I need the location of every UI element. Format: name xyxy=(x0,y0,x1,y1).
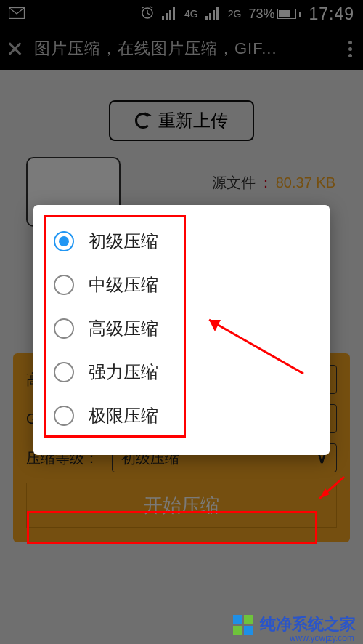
watermark-logo-icon xyxy=(233,615,253,635)
radio-label: 极限压缩 xyxy=(89,404,158,427)
radio-label: 初级压缩 xyxy=(89,230,158,253)
radio-label: 高级压缩 xyxy=(89,317,158,340)
radio-icon xyxy=(54,318,74,339)
radio-option-medium[interactable]: 中级压缩 xyxy=(41,263,322,307)
radio-icon xyxy=(54,406,74,426)
svg-line-2 xyxy=(209,320,303,374)
watermark-url: www.ycwjzy.com xyxy=(290,633,354,643)
radio-label: 中级压缩 xyxy=(89,273,158,297)
radio-option-basic[interactable]: 初级压缩 xyxy=(41,220,322,263)
watermark-text: 纯净系统之家 xyxy=(260,613,356,635)
radio-icon xyxy=(54,231,74,251)
radio-icon xyxy=(54,362,74,382)
annotation-arrow-2 xyxy=(312,472,348,509)
screen-root: 4G 2G 73% 17:49 ✕ 图片压缩，在线图片压缩，GIF... 重新上… xyxy=(0,0,363,644)
radio-option-extreme[interactable]: 极限压缩 xyxy=(41,394,322,438)
watermark: 纯净系统之家 www.ycwjzy.com xyxy=(226,608,363,644)
radio-icon xyxy=(54,275,74,295)
annotation-arrow-1 xyxy=(195,307,311,379)
radio-label: 强力压缩 xyxy=(89,361,158,384)
